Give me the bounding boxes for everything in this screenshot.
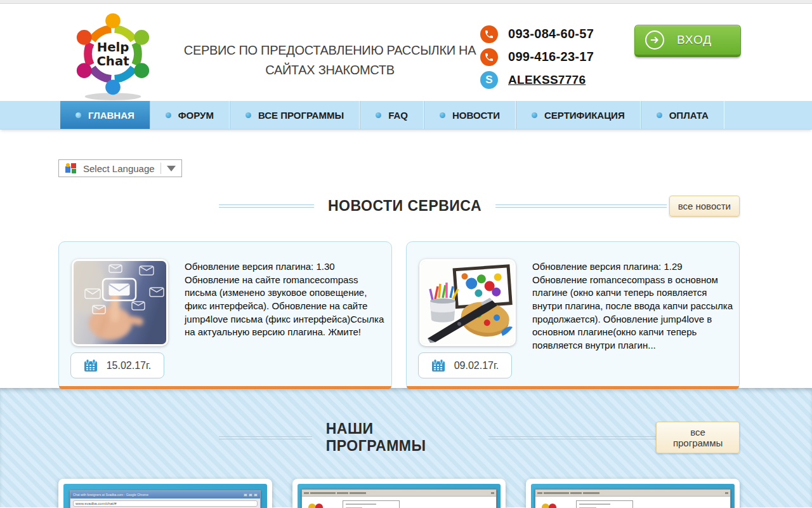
program-thumbnail-svadba: Chat with foreigners at Svadba.com - Goo… (63, 484, 267, 508)
nav-bullet-icon (246, 112, 251, 118)
language-selector[interactable]: Select Language (58, 159, 182, 177)
nav-item-forum[interactable]: ФОРУМ (150, 101, 230, 129)
program-card-2[interactable] (292, 479, 506, 508)
news-card-1[interactable]: Обновление версия плагина: 1.30 Обновлен… (58, 241, 392, 390)
card-accent-bar (407, 386, 739, 389)
all-news-button[interactable]: все новости (669, 196, 740, 217)
news-date: 15.02.17г. (107, 360, 152, 371)
message-box (343, 500, 400, 508)
calendar-icon (431, 359, 445, 372)
news-list: Обновление версия плагина: 1.30 Обновлен… (58, 241, 740, 390)
phone-row-2: 099-416-23-17 (480, 48, 594, 66)
nav-item-label: ГЛАВНАЯ (88, 110, 134, 121)
phone-number-1[interactable]: 093-084-60-57 (508, 27, 594, 41)
news-section-header: НОВОСТИ СЕРВИСА все новости (58, 196, 740, 217)
nav-item-faq[interactable]: FAQ (360, 101, 424, 129)
login-arrow-icon (645, 30, 664, 50)
nav-bullet-icon (376, 112, 381, 118)
messenger-flower-icon (539, 502, 558, 508)
helpchat-logo-icon: Help Chat (69, 9, 157, 102)
nav-bullet-icon (75, 112, 81, 118)
url-field: www.svadba.com/chat/# (73, 500, 258, 507)
news-date-badge: 09.02.17г. (418, 352, 512, 378)
phone-icon (480, 25, 498, 43)
nav-bullet-icon (166, 112, 171, 118)
main-navigation: ГЛАВНАЯ ФОРУМ ВСЕ ПРОГРАММЫ FAQ НОВОСТИ … (0, 101, 812, 130)
nav-item-label: НОВОСТИ (452, 110, 500, 121)
programs-section-title: НАШИ ПРОГРАММЫ (326, 420, 475, 455)
header: Help Chat СЕРВИС ПО ПРЕДОСТАВЛЕНИЮ РАССЫ… (0, 4, 812, 101)
calendar-icon (84, 359, 98, 372)
program-card-3[interactable] (526, 479, 740, 508)
phone-icon (480, 48, 498, 66)
phone-row-1: 093-084-60-57 (480, 25, 594, 43)
login-button-label: ВХОД (677, 33, 712, 47)
program-card-1[interactable]: Chat with foreigners at Svadba.com - Goo… (58, 479, 272, 508)
chevron-down-icon (167, 166, 176, 171)
news-date: 09.02.17г. (454, 360, 499, 371)
all-programs-button[interactable]: все программы (656, 422, 740, 453)
window-titlebar (535, 490, 730, 497)
nav-items: ГЛАВНАЯ ФОРУМ ВСЕ ПРОГРАММЫ FAQ НОВОСТИ … (60, 101, 812, 129)
svg-text:Help: Help (97, 40, 129, 55)
decorative-line (488, 436, 656, 439)
nav-bullet-icon (532, 112, 537, 118)
skype-row: S ALEKSS7776 (480, 70, 594, 89)
programs-section-header: НАШИ ПРОГРАММЫ все программы (58, 388, 740, 455)
browser-window-mock: Chat with foreigners at Svadba.com - Goo… (70, 490, 261, 508)
address-bar: www.svadba.com/chat/# (70, 498, 260, 508)
nav-bullet-icon (440, 112, 445, 118)
nav-item-certification[interactable]: СЕРТИФИКАЦИЯ (516, 101, 641, 129)
news-image-hand-email (72, 259, 168, 346)
card-accent-bar (59, 386, 391, 389)
nav-item-label: ВСЕ ПРОГРАММЫ (258, 110, 344, 121)
helpchat-logo[interactable]: Help Chat (69, 9, 157, 102)
skype-login-link[interactable]: ALEKSS7776 (508, 73, 586, 87)
news-text: Обновление версия плагина: 1.30 Обновлен… (185, 260, 386, 339)
window-controls (244, 493, 258, 497)
site-subtitle: СЕРВИС ПО ПРЕДОСТАВЛЕНИЮ РАССЫЛКИ НА САЙ… (176, 41, 483, 80)
program-thumbnail-messenger-2 (531, 484, 735, 508)
nav-bullet-icon (657, 112, 662, 118)
svg-text:Chat: Chat (96, 54, 129, 69)
news-text: Обновление версия плагина: 1.29 Обновлен… (532, 260, 734, 352)
decorative-line (495, 204, 667, 208)
window-titlebar (302, 490, 497, 497)
decorative-line (219, 436, 312, 439)
nav-item-label: СЕРТИФИКАЦИЯ (544, 110, 625, 121)
nav-item-glavnaya[interactable]: ГЛАВНАЯ (60, 101, 150, 129)
programs-section: НАШИ ПРОГРАММЫ все программы Chat with f… (0, 388, 812, 507)
window-title: Chat with foreigners at Svadba.com - Goo… (73, 493, 244, 497)
app-window-mock (301, 489, 497, 508)
news-card-2[interactable]: Обновление версия плагина: 1.29 Обновлен… (406, 241, 740, 390)
nav-item-label: ОПЛАТА (669, 110, 709, 121)
programs-list: Chat with foreigners at Svadba.com - Goo… (58, 479, 740, 508)
news-section-title: НОВОСТИ СЕРВИСА (328, 197, 481, 215)
nav-item-payment[interactable]: ОПЛАТА (641, 101, 724, 129)
divider (160, 163, 161, 174)
app-main-area (535, 497, 730, 508)
nav-item-programs[interactable]: ВСЕ ПРОГРАММЫ (230, 101, 360, 129)
subtitle-line2: САЙТАХ ЗНАКОМСТВ (176, 60, 483, 80)
phone-number-2[interactable]: 099-416-23-17 (508, 50, 594, 64)
news-date-badge: 15.02.17г. (70, 352, 164, 378)
news-image-art-supplies (419, 259, 516, 346)
language-row: Select Language (58, 130, 740, 177)
window-titlebar: Chat with foreigners at Svadba.com - Goo… (70, 491, 260, 498)
message-box (576, 500, 633, 508)
messenger-flower-icon (306, 502, 325, 508)
main-content: Select Language НОВОСТИ СЕРВИСА все ново… (0, 130, 812, 388)
contacts: 093-084-60-57 099-416-23-17 S ALEKSS7776 (480, 25, 594, 89)
nav-item-label: ФОРУМ (178, 110, 214, 121)
app-window-mock (535, 489, 731, 508)
program-thumbnail-messenger (298, 484, 501, 508)
decorative-line (219, 204, 314, 208)
app-main-area (302, 497, 497, 508)
login-button[interactable]: ВХОД (634, 25, 741, 57)
google-translate-icon (65, 162, 77, 175)
language-selector-label: Select Language (83, 163, 155, 174)
skype-icon: S (480, 71, 498, 89)
subtitle-line1: СЕРВИС ПО ПРЕДОСТАВЛЕНИЮ РАССЫЛКИ НА (176, 41, 483, 60)
nav-item-label: FAQ (388, 110, 408, 121)
nav-item-news[interactable]: НОВОСТИ (424, 101, 516, 129)
